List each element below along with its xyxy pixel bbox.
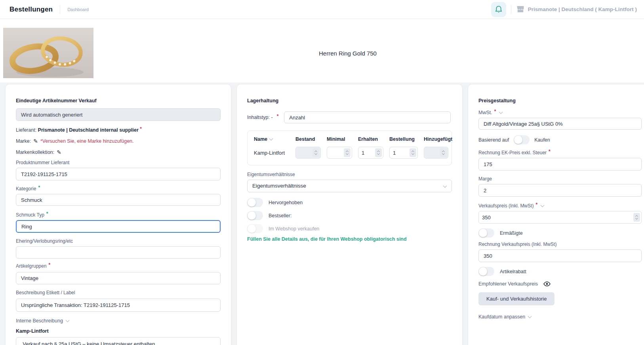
sales-price-stepper[interactable]: 350 — [478, 211, 642, 224]
supplier-value: Prismanote | Deutschland internal suppli… — [38, 127, 139, 133]
column-header-hinzugefuegt: Hinzugefügt — [424, 136, 455, 142]
erhalten-stepper[interactable]: 1 — [358, 147, 383, 159]
page-background: Eindeutige Artikelnummer Verkauf Liefera… — [0, 82, 644, 345]
sales-price-label-row[interactable]: Verkaufspreis (Inkl. MwSt) * — [478, 203, 644, 209]
notifications-button[interactable] — [491, 2, 506, 17]
internal-description-label: Interne Beschreibung — [16, 318, 63, 324]
toggle-label: Hervorgehoben — [269, 200, 303, 205]
webshop-toggle-row: Im Webshop verkaufen — [247, 224, 452, 233]
article-groups-label: Artikelgruppen — [16, 263, 46, 269]
article-groups-input[interactable] — [16, 272, 221, 284]
invoice-sales-price-label: Rechnung Verkaufspreis (Inkl. MwSt) — [478, 242, 644, 247]
stepper-arrows[interactable] — [633, 213, 640, 222]
column-header-erhalten: Erhalten — [358, 136, 389, 142]
eye-icon[interactable] — [543, 282, 551, 288]
bestand-stepper — [295, 147, 321, 159]
vat-label-row[interactable]: MwSt. * — [478, 110, 644, 115]
page-title: Bestellungen — [10, 6, 53, 13]
required-asterisk: * — [140, 126, 142, 132]
column-header-minimal: Minimal — [327, 136, 358, 142]
account-switcher[interactable]: Prismanote | Deutschland ( Kamp-Lintfort… — [516, 6, 637, 13]
jewel-type-input[interactable] — [16, 220, 221, 233]
based-on-toggle[interactable] — [514, 135, 530, 144]
reduced-toggle-row: Ermäßigte — [478, 228, 644, 238]
ring-type-label: Ehering/Verlobungsring/etc — [16, 238, 221, 244]
hinzugefuegt-stepper — [424, 147, 448, 159]
invoice-sales-price-input[interactable] — [478, 249, 642, 262]
vat-label: MwSt. — [478, 110, 492, 115]
toggle-label: Im Webshop verkaufen — [269, 226, 319, 232]
brand-label: Marke: — [16, 138, 31, 144]
required-asterisk: * — [38, 185, 40, 190]
stock-table: Name Bestand Minimal Erhalten Bestellung… — [247, 130, 452, 165]
label-description-label: Beschreibung Etikett / Label — [16, 290, 221, 295]
based-on-toggle-label: Kaufen — [534, 137, 550, 143]
product-title: Herren Ring Gold 750 — [319, 50, 377, 57]
brand-collection-row: Markenkollektion: ✎ — [16, 150, 221, 155]
purchase-date-label: Kaufdatum anpassen — [478, 314, 525, 320]
internal-description-expander[interactable]: Interne Beschreibung — [16, 318, 221, 324]
required-asterisk: * — [549, 149, 551, 154]
purchase-sales-history-button[interactable]: Kauf- und Verkaufshistorie — [478, 292, 554, 305]
required-asterisk: * — [277, 113, 279, 119]
bestellung-stepper[interactable]: 1 — [389, 147, 418, 159]
chevron-down-icon — [541, 203, 545, 207]
reduced-toggle[interactable] — [478, 228, 494, 238]
pencil-icon[interactable]: ✎ — [33, 138, 38, 144]
column-header-bestellung: Bestellung — [389, 136, 423, 142]
chevron-down-icon — [528, 314, 532, 318]
divider — [511, 5, 511, 14]
recommended-price-row: Empfohlener Verkaufspreis — [478, 281, 644, 287]
highlighted-toggle[interactable] — [247, 198, 263, 207]
ring-type-input[interactable] — [16, 246, 221, 259]
bestseller-toggle[interactable] — [247, 211, 263, 220]
purchase-price-input[interactable] — [478, 158, 642, 171]
reduced-label: Ermäßigte — [500, 230, 523, 236]
ownership-label: Eigentumsverhältnisse — [247, 172, 452, 177]
label-description-input[interactable] — [16, 299, 221, 312]
product-image[interactable] — [3, 28, 93, 78]
based-on-label: Basierend auf — [478, 137, 509, 143]
margin-label: Marge — [478, 176, 644, 182]
internal-description-textarea[interactable]: „Verkauf nach § 25a UStG – keine Umsatzs… — [16, 337, 221, 345]
pencil-icon[interactable]: ✎ — [57, 150, 61, 155]
supplier-label: Lieferant: — [16, 127, 36, 133]
pricing-panel: Preisgestaltung MwSt. * Basierend auf Ka… — [468, 84, 644, 345]
ownership-selected-value: Eigentumsverhältnisse — [247, 180, 452, 192]
discount-toggle[interactable] — [478, 267, 494, 276]
breadcrumb-dashboard[interactable]: Dashboard — [67, 7, 89, 12]
jewel-type-label: Schmuck Typ — [16, 212, 44, 218]
discount-toggle-row: Artikelrabatt — [478, 267, 644, 276]
chevron-down-icon — [499, 110, 503, 114]
product-number-input[interactable] — [16, 168, 221, 180]
pricing-section-title: Preisgestaltung — [478, 98, 644, 104]
vat-input[interactable] — [478, 118, 642, 130]
column-header-name[interactable]: Name — [254, 136, 295, 142]
stepper-arrows[interactable] — [344, 148, 351, 157]
category-input[interactable] — [16, 194, 221, 206]
chevron-down-icon — [269, 136, 273, 140]
column-header-bestand: Bestand — [295, 136, 326, 142]
sku-input[interactable] — [16, 108, 221, 121]
ownership-select[interactable]: Eigentumsverhältnisse — [247, 180, 452, 192]
purchase-date-expander[interactable]: Kaufdatum anpassen — [478, 314, 644, 320]
required-asterisk: * — [535, 202, 537, 207]
stepper-arrows[interactable] — [410, 148, 416, 157]
highlighted-toggle-row: Hervorgehoben — [247, 198, 452, 207]
discount-label: Artikelrabatt — [500, 269, 526, 274]
stepper-arrows — [440, 148, 447, 157]
sales-price-label: Verkaufspreis (Inkl. MwSt) — [478, 203, 533, 209]
margin-input[interactable] — [478, 184, 642, 197]
based-on-row: Basierend auf Kaufen — [478, 135, 644, 144]
brand-warning: *Versuchen Sie, eine Marke hinzuzufügen. — [40, 138, 134, 144]
stock-section-title: Lagerhaltung — [247, 98, 452, 104]
stepper-arrows[interactable] — [375, 148, 382, 157]
purchase-price-label: Rechnung EK-Preis exkl. Steuer — [478, 150, 547, 155]
sku-section-title: Eindeutige Artikelnummer Verkauf — [16, 98, 221, 104]
product-hero: Herren Ring Gold 750 — [0, 19, 644, 82]
bestseller-toggle-row: Bestseller: — [247, 211, 452, 220]
content-type-input[interactable] — [284, 111, 451, 123]
toggle-label: Bestseller: — [269, 213, 292, 218]
minimal-stepper[interactable] — [327, 147, 352, 159]
recommended-price-label: Empfohlener Verkaufspreis — [478, 281, 538, 287]
